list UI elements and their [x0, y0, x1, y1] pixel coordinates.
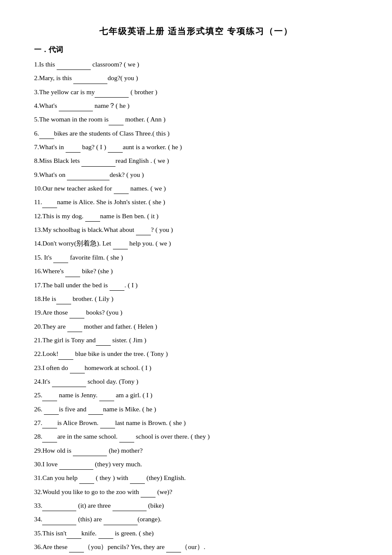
list-item: 3.The yellow car is my ( brother ) [34, 87, 358, 98]
list-item: 13.My schoolbag is black.What about ? ( … [34, 224, 358, 235]
list-item: 29.How old is (he) mother? [34, 445, 358, 456]
list-item: 5.The woman in the room is mother. ( Ann… [34, 114, 358, 125]
list-item: 27.is Alice Brown. last name is Brown. (… [34, 417, 358, 428]
list-item: 6.bikes are the students of Class Three.… [34, 128, 358, 139]
list-item: 21.The girl is Tony and sister. ( Jim ) [34, 335, 358, 346]
list-item: 1.Is this classroom? ( we ) [34, 59, 358, 70]
list-item: 7.What's in bag? ( I ) aunt is a worker.… [34, 142, 358, 153]
section-title: 一．代词 [34, 45, 358, 55]
list-item: 22.Look! blue bike is under the tree. ( … [34, 348, 358, 359]
list-item: 4.What's name？( he ) [34, 100, 358, 111]
list-item: 30.I love (they) very much. [34, 459, 358, 470]
list-item: 34. (this) are (orange). [34, 514, 358, 525]
list-item: 24.It's school day. (Tony ) [34, 376, 358, 387]
list-item: 15. It's favorite film. ( she ) [34, 252, 358, 263]
list-item: 14.Don't worry(别着急). Let help you. ( we … [34, 238, 358, 249]
list-item: 12.This is my dog. name is Ben ben. ( it… [34, 211, 358, 222]
list-item: 31.Can you help ( they ) with (they) Eng… [34, 472, 358, 483]
list-item: 17.The ball under the bed is . ( I ) [34, 280, 358, 291]
list-item: 33. (it) are three (bike) [34, 500, 358, 511]
list-item: 16.Where's bike? (she ) [34, 266, 358, 277]
list-item: 36.Are these （you）pencils? Yes, they are… [34, 541, 358, 552]
list-item: 2.Mary, is this dog?( you ) [34, 72, 358, 84]
list-item: 26. is five and name is Mike. ( he ) [34, 404, 358, 415]
list-item: 11.name is Alice. She is John's sister. … [34, 197, 358, 208]
exercise-list: 1.Is this classroom? ( we ) 2.Mary, is t… [34, 59, 358, 555]
list-item: 28.are in the same school. school is ove… [34, 431, 358, 442]
list-item: 23.I often do homework at school. ( I ) [34, 362, 358, 373]
list-item: 8.Miss Black lets read English . ( we ) [34, 155, 358, 166]
list-item: 35.This isn'tknife. is green. ( she) [34, 528, 358, 539]
list-item: 20.They are mother and father. ( Helen ) [34, 321, 358, 332]
list-item: 32.Would you like to go to the zoo with … [34, 486, 358, 497]
list-item: 10.Our new teacher asked for names. ( we… [34, 183, 358, 194]
page-title: 七年级英语上册 适当形式填空 专项练习（一） [34, 26, 358, 37]
list-item: 25. name is Jenny. am a girl. ( I ) [34, 390, 358, 401]
list-item: 9.What's on desk? ( you ) [34, 169, 358, 180]
list-item: 19.Are those books? (you ) [34, 307, 358, 318]
list-item: 18.He is brother. ( Lily ) [34, 293, 358, 304]
